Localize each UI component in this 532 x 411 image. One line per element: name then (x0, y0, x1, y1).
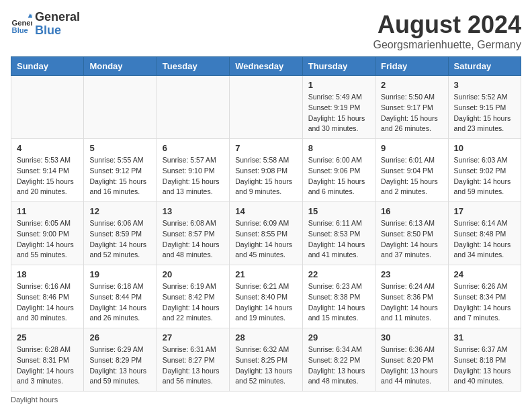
calendar-week-row: 18Sunrise: 6:16 AMSunset: 8:46 PMDayligh… (11, 265, 521, 328)
svg-text:General: General (12, 18, 32, 26)
calendar-table: Sunday Monday Tuesday Wednesday Thursday… (11, 56, 521, 392)
month-title: August 2024 (373, 11, 521, 39)
table-row: 15Sunrise: 6:11 AMSunset: 8:53 PMDayligh… (302, 202, 375, 265)
logo-blue-text: Blue (35, 24, 80, 38)
day-info: Sunrise: 6:01 AMSunset: 9:04 PMDaylight:… (381, 155, 442, 197)
day-number: 20 (163, 269, 224, 279)
day-info: Sunrise: 6:09 AMSunset: 8:55 PMDaylight:… (235, 218, 296, 261)
table-row: 10Sunrise: 6:03 AMSunset: 9:02 PMDayligh… (448, 139, 521, 202)
day-info: Sunrise: 6:26 AMSunset: 8:34 PMDaylight:… (454, 281, 515, 324)
day-number: 19 (89, 269, 150, 279)
day-number: 26 (89, 332, 150, 342)
table-row: 26Sunrise: 6:29 AMSunset: 8:29 PMDayligh… (84, 328, 157, 392)
day-info: Sunrise: 6:03 AMSunset: 9:02 PMDaylight:… (454, 155, 515, 197)
day-number: 31 (454, 332, 515, 342)
day-number: 7 (235, 143, 296, 153)
day-info: Sunrise: 6:31 AMSunset: 8:27 PMDaylight:… (163, 345, 224, 387)
table-row (11, 76, 84, 139)
day-number: 27 (163, 332, 224, 342)
table-row: 3Sunrise: 5:52 AMSunset: 9:15 PMDaylight… (448, 76, 521, 139)
table-row: 9Sunrise: 6:01 AMSunset: 9:04 PMDaylight… (375, 139, 448, 202)
page-header: General Blue General Blue August 2024 Ge… (11, 11, 521, 51)
day-info: Sunrise: 6:19 AMSunset: 8:42 PMDaylight:… (163, 281, 224, 324)
day-info: Sunrise: 6:14 AMSunset: 8:48 PMDaylight:… (454, 218, 515, 261)
day-number: 17 (454, 206, 515, 216)
day-info: Sunrise: 6:13 AMSunset: 8:50 PMDaylight:… (381, 218, 442, 261)
col-saturday: Saturday (448, 57, 521, 76)
day-number: 14 (235, 206, 296, 216)
table-row: 12Sunrise: 6:06 AMSunset: 8:59 PMDayligh… (84, 202, 157, 265)
table-row: 24Sunrise: 6:26 AMSunset: 8:34 PMDayligh… (448, 265, 521, 328)
calendar-header-row: Sunday Monday Tuesday Wednesday Thursday… (11, 57, 521, 76)
day-info: Sunrise: 6:21 AMSunset: 8:40 PMDaylight:… (235, 281, 296, 324)
table-row: 30Sunrise: 6:36 AMSunset: 8:20 PMDayligh… (375, 328, 448, 392)
table-row (84, 76, 157, 139)
table-row: 28Sunrise: 6:32 AMSunset: 8:25 PMDayligh… (230, 328, 302, 392)
day-info: Sunrise: 6:06 AMSunset: 8:59 PMDaylight:… (89, 218, 150, 261)
day-info: Sunrise: 6:37 AMSunset: 8:18 PMDaylight:… (454, 345, 515, 387)
table-row: 16Sunrise: 6:13 AMSunset: 8:50 PMDayligh… (375, 202, 448, 265)
day-info: Sunrise: 5:53 AMSunset: 9:14 PMDaylight:… (17, 155, 78, 197)
table-row: 25Sunrise: 6:28 AMSunset: 8:31 PMDayligh… (11, 328, 84, 392)
table-row: 18Sunrise: 6:16 AMSunset: 8:46 PMDayligh… (11, 265, 84, 328)
table-row: 8Sunrise: 6:00 AMSunset: 9:06 PMDaylight… (302, 139, 375, 202)
table-row: 17Sunrise: 6:14 AMSunset: 8:48 PMDayligh… (448, 202, 521, 265)
day-info: Sunrise: 6:08 AMSunset: 8:57 PMDaylight:… (163, 218, 224, 261)
day-number: 12 (89, 206, 150, 216)
title-area: August 2024 Georgsmarienhuette, Germany (373, 11, 521, 51)
table-row: 11Sunrise: 6:05 AMSunset: 9:00 PMDayligh… (11, 202, 84, 265)
table-row: 1Sunrise: 5:49 AMSunset: 9:19 PMDaylight… (302, 76, 375, 139)
table-row: 2Sunrise: 5:50 AMSunset: 9:17 PMDaylight… (375, 76, 448, 139)
day-info: Sunrise: 5:57 AMSunset: 9:10 PMDaylight:… (163, 155, 224, 197)
day-number: 15 (308, 206, 369, 216)
table-row: 27Sunrise: 6:31 AMSunset: 8:27 PMDayligh… (157, 328, 229, 392)
day-number: 23 (381, 269, 442, 279)
table-row (230, 76, 302, 139)
day-info: Sunrise: 6:28 AMSunset: 8:31 PMDaylight:… (17, 345, 78, 387)
day-info: Sunrise: 6:05 AMSunset: 9:00 PMDaylight:… (17, 218, 78, 261)
day-number: 11 (17, 206, 78, 216)
day-number: 24 (454, 269, 515, 279)
day-number: 13 (163, 206, 224, 216)
logo-icon: General Blue (11, 13, 32, 35)
day-number: 9 (381, 143, 442, 153)
table-row: 23Sunrise: 6:24 AMSunset: 8:36 PMDayligh… (375, 265, 448, 328)
day-info: Sunrise: 5:55 AMSunset: 9:12 PMDaylight:… (89, 155, 150, 197)
calendar-week-row: 11Sunrise: 6:05 AMSunset: 9:00 PMDayligh… (11, 202, 521, 265)
day-number: 25 (17, 332, 78, 342)
day-info: Sunrise: 6:16 AMSunset: 8:46 PMDaylight:… (17, 281, 78, 324)
day-number: 5 (89, 143, 150, 153)
day-info: Sunrise: 6:36 AMSunset: 8:20 PMDaylight:… (381, 345, 442, 387)
day-info: Sunrise: 5:58 AMSunset: 9:08 PMDaylight:… (235, 155, 296, 197)
table-row: 31Sunrise: 6:37 AMSunset: 8:18 PMDayligh… (448, 328, 521, 392)
logo: General Blue General Blue (11, 11, 80, 38)
table-row: 22Sunrise: 6:23 AMSunset: 8:38 PMDayligh… (302, 265, 375, 328)
day-number: 1 (308, 80, 369, 90)
day-number: 4 (17, 143, 78, 153)
col-thursday: Thursday (302, 57, 375, 76)
day-number: 8 (308, 143, 369, 153)
table-row: 21Sunrise: 6:21 AMSunset: 8:40 PMDayligh… (230, 265, 302, 328)
footer-note: Daylight hours (11, 396, 521, 404)
table-row: 20Sunrise: 6:19 AMSunset: 8:42 PMDayligh… (157, 265, 229, 328)
col-friday: Friday (375, 57, 448, 76)
day-number: 28 (235, 332, 296, 342)
table-row: 19Sunrise: 6:18 AMSunset: 8:44 PMDayligh… (84, 265, 157, 328)
col-tuesday: Tuesday (157, 57, 229, 76)
day-info: Sunrise: 5:50 AMSunset: 9:17 PMDaylight:… (381, 92, 442, 134)
day-info: Sunrise: 5:49 AMSunset: 9:19 PMDaylight:… (308, 92, 369, 134)
day-number: 29 (308, 332, 369, 342)
day-number: 18 (17, 269, 78, 279)
day-number: 16 (381, 206, 442, 216)
table-row (157, 76, 229, 139)
logo-general-text: General (35, 11, 80, 24)
table-row: 7Sunrise: 5:58 AMSunset: 9:08 PMDaylight… (230, 139, 302, 202)
day-info: Sunrise: 6:11 AMSunset: 8:53 PMDaylight:… (308, 218, 369, 261)
col-sunday: Sunday (11, 57, 84, 76)
day-number: 21 (235, 269, 296, 279)
day-info: Sunrise: 6:32 AMSunset: 8:25 PMDaylight:… (235, 345, 296, 387)
day-info: Sunrise: 6:34 AMSunset: 8:22 PMDaylight:… (308, 345, 369, 387)
day-info: Sunrise: 6:24 AMSunset: 8:36 PMDaylight:… (381, 281, 442, 324)
calendar-week-row: 4Sunrise: 5:53 AMSunset: 9:14 PMDaylight… (11, 139, 521, 202)
day-number: 3 (454, 80, 515, 90)
